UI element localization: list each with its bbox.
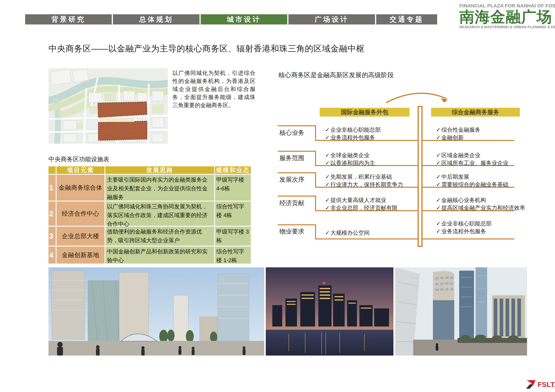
row-number: 4	[49, 247, 56, 264]
curved-arrow-icon	[383, 86, 452, 107]
bracket-line	[315, 172, 316, 187]
row-label: 经济贡献	[279, 199, 304, 207]
tab-plaza-design[interactable]: 广场设计	[288, 14, 375, 24]
bracket-line	[315, 224, 316, 238]
row-idea: 主要吸引国际国内有实力的金融类服务企业及相关配套企业，为企业提供综合性金融服务	[105, 175, 214, 201]
tab-traffic-topic[interactable]: 交通专题	[376, 14, 437, 24]
center-divider-bar	[418, 106, 423, 247]
check-icon	[436, 204, 441, 212]
row-items-right: 中后期发展 需要较综合的金融业务基础	[436, 173, 528, 188]
bracket-line	[278, 224, 316, 225]
diagram-row-service-scope: 服务范围 全球金融类企业 以香港和国内为主 区域金融类企业 区域所有工业、服务业…	[278, 151, 527, 165]
row-label: 核心业务	[279, 128, 304, 137]
row-items-right: 金融核心业务机构 提高区域金融产业实力和经济效率	[436, 196, 528, 212]
intro-paragraph: 以广佛同城化为契机，引进综合性的金融服务机构，为香港及区域企业提供金融后台和综合…	[172, 69, 256, 109]
row-element: 企业总部大楼	[57, 227, 104, 246]
row-number: 2	[49, 201, 56, 226]
site-plan-map-graphic	[49, 68, 168, 144]
check-icon	[436, 159, 441, 167]
bracket-line	[278, 172, 316, 173]
bracket-line	[315, 151, 316, 165]
facilities-table: 项目元素 发展思路 规模和业态 1 金融商务综合体 主要吸引国际国内有实力的金融…	[49, 166, 252, 264]
facilities-table-block: 中央商务区功能设施表 项目元素 发展思路 规模和业态 1 金融商务综合体 主要吸…	[49, 155, 252, 264]
row-items-left: 大规模办公空间	[325, 229, 420, 237]
slide-page: 背景研究 总体规划 城市设计 广场设计 交通专题 FINANCIAL PLAZA…	[0, 0, 555, 392]
bracket-line	[278, 125, 316, 126]
logo-chinese-name: 南海金融广场	[459, 8, 554, 25]
logo-english-top: FINANCIAL PLAZA FOR NANHAI OF FOSHAN	[459, 3, 554, 8]
row-label: 发展次序	[279, 175, 304, 184]
check-icon	[325, 159, 330, 167]
site-plan-map-image	[49, 68, 168, 144]
row-scale: 甲级写字楼 4-6栋	[215, 175, 251, 201]
footer-brand: FSLT.CN	[525, 378, 555, 390]
column-header-comprehensive-services: 综合金融商务服务	[431, 108, 520, 117]
logo-english-bottom: RESEARCH & MASTERMIND & URBAN PLANNING &…	[459, 25, 554, 29]
brand-logo: FINANCIAL PLAZA FOR NANHAI OF FOSHAN 南海金…	[459, 3, 554, 29]
check-icon	[325, 196, 330, 204]
header-index	[49, 166, 56, 174]
bracket-line	[278, 151, 316, 152]
tab-urban-design[interactable]: 城市设计	[201, 14, 287, 24]
fslt-logo-icon	[525, 378, 538, 390]
row-items-right: 综合性金融服务 金融创新	[436, 126, 528, 141]
check-icon	[436, 228, 441, 235]
check-icon	[325, 181, 330, 188]
check-icon	[436, 151, 441, 159]
row-number: 1	[49, 175, 56, 201]
check-icon	[325, 229, 330, 237]
fslt-brand-text: FSLT.CN	[538, 380, 555, 389]
row-element: 金融商务综合体	[57, 175, 104, 201]
check-icon	[436, 134, 441, 141]
diagram-row-property-requirement: 物业要求 大规模办公空间 企业非核心职能总部 业务流程外包服务	[278, 224, 527, 238]
development-stage-diagram: 核心商务区是金融高新区发展的高级阶段 国际金融服务外包 综合金融商务服务 核心业…	[278, 86, 527, 248]
row-items-left: 提供大量高级人才就业 非企业总部，经济贡献有限	[325, 196, 420, 212]
check-icon	[325, 134, 330, 141]
check-icon	[436, 173, 441, 181]
row-idea: 借助便利的金融服务和经济合作资源优势，吸引跨区域大型企业落户	[105, 227, 214, 246]
row-label: 服务范围	[279, 154, 304, 162]
row-items-left: 先期发展，积累行业基础 行业潜力大，保持长期竞争力	[325, 173, 420, 188]
photo-daytime-plaza	[49, 267, 264, 356]
diagram-row-core-business: 核心业务 企业非核心职能总部 业务流程外包服务 综合性金融服务 金融创新	[278, 125, 527, 140]
tab-master-plan[interactable]: 总体规划	[113, 14, 199, 24]
diagram-row-development-order: 发展次序 先期发展，积累行业基础 行业潜力大，保持长期竞争力 中后期发展 需要较…	[278, 172, 527, 187]
column-header-international-outsourcing: 国际金融服务外包	[320, 108, 409, 117]
header-idea: 发展思路	[105, 166, 214, 174]
check-icon	[436, 196, 441, 204]
row-idea: 中国金融创新产品和创新政策的研究和实验中心	[105, 247, 214, 264]
bracket-line	[315, 238, 514, 239]
bracket-line	[315, 196, 316, 210]
photo-night-skyline	[266, 267, 394, 356]
row-items-left: 企业非核心职能总部 业务流程外包服务	[325, 126, 420, 141]
photo-office-towers	[395, 267, 527, 356]
row-scale: 综合性写字楼 1-2栋	[215, 247, 251, 264]
row-items-left: 全球金融类企业 以香港和国内为主	[325, 151, 420, 167]
table-title: 中央商务区功能设施表	[49, 155, 252, 164]
bracket-line	[278, 196, 316, 197]
row-items-right: 区域金融类企业 区域所有工业、服务业企业	[436, 151, 528, 167]
check-icon	[325, 173, 330, 181]
row-element: 金融创新基地	[57, 247, 104, 264]
check-icon	[436, 126, 441, 134]
row-items-right: 企业非核心职能总部 业务流程外包服务	[436, 220, 528, 235]
page-title: 中央商务区——以金融产业为主导的核心商务区、辐射香港和珠三角的区域金融中枢	[49, 43, 365, 54]
check-icon	[436, 181, 441, 188]
row-scale: 综合性写字楼 4栋	[215, 201, 251, 226]
check-icon	[325, 204, 330, 212]
top-nav: 背景研究 总体规划 城市设计 广场设计 交通专题	[25, 14, 437, 24]
diagram-row-economic-contribution: 经济贡献 提供大量高级人才就业 非企业总部，经济贡献有限 金融核心业务机构 提高…	[278, 196, 527, 210]
check-icon	[436, 220, 441, 228]
tab-background-research[interactable]: 背景研究	[25, 14, 112, 24]
check-icon	[325, 151, 330, 159]
header-element: 项目元素	[57, 166, 104, 174]
bracket-line	[315, 125, 316, 140]
row-number: 3	[49, 227, 56, 246]
row-label: 物业要求	[279, 227, 304, 236]
row-scale: 甲级写字楼 3栋	[215, 227, 251, 246]
row-idea: 以广佛同城化和珠三角协同发展为契机，落实区域合作政策，建成区域重要的经济合作中心	[105, 201, 214, 226]
header-scale: 规模和业态	[215, 166, 251, 174]
diagram-heading: 核心商务区是金融高新区发展的高级阶段	[278, 71, 394, 79]
check-icon	[325, 126, 330, 134]
row-element: 经济合作中心	[57, 201, 104, 226]
